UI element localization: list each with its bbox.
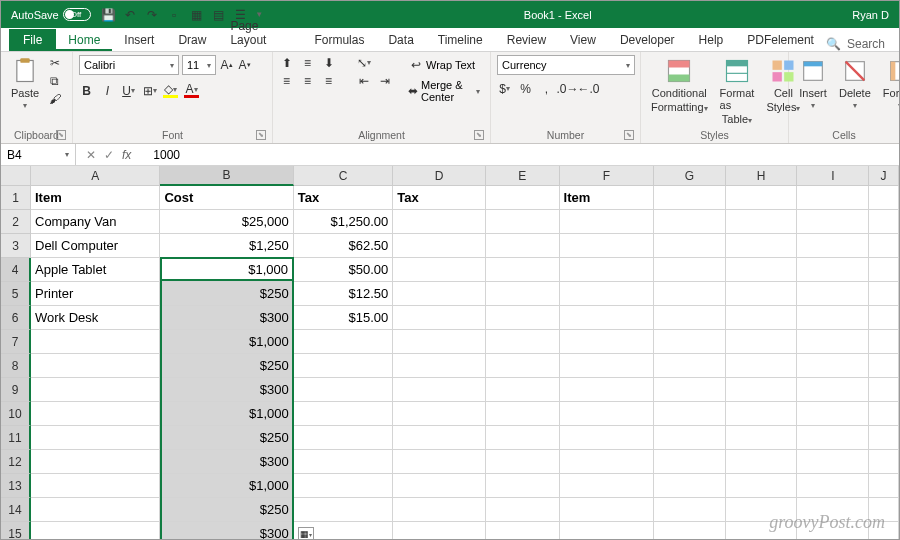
user-name[interactable]: Ryan D [852, 9, 893, 21]
cell[interactable] [560, 450, 655, 474]
tab-view[interactable]: View [558, 29, 608, 51]
cell[interactable] [393, 258, 486, 282]
cell[interactable] [869, 378, 899, 402]
cell[interactable] [726, 402, 798, 426]
cell[interactable]: $250 [160, 426, 293, 450]
cell[interactable] [486, 282, 560, 306]
cell[interactable] [560, 378, 655, 402]
cell[interactable] [726, 210, 798, 234]
cell[interactable] [393, 330, 486, 354]
row-header[interactable]: 13 [1, 474, 31, 498]
cell[interactable] [393, 450, 486, 474]
tab-pdfelement[interactable]: PDFelement [735, 29, 826, 51]
autosave-toggle[interactable]: AutoSave Off [7, 8, 95, 21]
row-header[interactable]: 3 [1, 234, 31, 258]
paste-button[interactable]: Paste▾ [7, 55, 43, 112]
cell[interactable] [869, 234, 899, 258]
cell[interactable]: $50.00 [294, 258, 394, 282]
cell[interactable] [797, 234, 869, 258]
cell[interactable] [486, 498, 560, 522]
cell[interactable] [560, 306, 655, 330]
autofill-options-button[interactable]: ▦▾ [298, 527, 314, 540]
cell[interactable] [726, 378, 798, 402]
cell[interactable]: Cost [160, 186, 293, 210]
cell[interactable] [654, 354, 726, 378]
cell[interactable] [869, 258, 899, 282]
formula-input[interactable]: 1000 [147, 148, 899, 162]
name-box[interactable]: B4▾ [1, 144, 76, 165]
cell[interactable] [726, 234, 798, 258]
percent-icon[interactable]: % [518, 81, 533, 96]
tab-draw[interactable]: Draw [166, 29, 218, 51]
cell[interactable]: $250 [160, 354, 293, 378]
conditional-formatting-button[interactable]: ConditionalFormatting▾ [647, 55, 712, 115]
cell[interactable] [726, 258, 798, 282]
redo-icon[interactable]: ↷ [145, 8, 159, 22]
cell[interactable] [726, 282, 798, 306]
tab-file[interactable]: File [9, 29, 56, 51]
tab-insert[interactable]: Insert [112, 29, 166, 51]
column-header[interactable]: A [31, 166, 160, 186]
cell[interactable] [294, 498, 394, 522]
row-header[interactable]: 8 [1, 354, 31, 378]
row-header[interactable]: 6 [1, 306, 31, 330]
undo-icon[interactable]: ↶ [123, 8, 137, 22]
cell[interactable] [797, 426, 869, 450]
tab-help[interactable]: Help [687, 29, 736, 51]
increase-indent-icon[interactable]: ⇥ [377, 73, 392, 88]
cell[interactable]: $1,250.00 [294, 210, 394, 234]
align-right-icon[interactable]: ≡ [321, 73, 336, 88]
decrease-decimal-icon[interactable]: ←.0 [581, 81, 596, 96]
column-header[interactable]: J [869, 166, 899, 186]
cell[interactable]: $25,000 [160, 210, 293, 234]
cell[interactable]: $300 [160, 378, 293, 402]
cell[interactable] [486, 402, 560, 426]
copy-icon[interactable]: ⧉ [47, 73, 62, 88]
cell[interactable]: $1,000 [160, 330, 293, 354]
italic-icon[interactable]: I [100, 83, 115, 98]
number-format-select[interactable]: Currency▾ [497, 55, 635, 75]
cell[interactable] [797, 378, 869, 402]
cell[interactable] [797, 354, 869, 378]
cell[interactable] [486, 210, 560, 234]
cell[interactable] [560, 426, 655, 450]
cell[interactable] [797, 282, 869, 306]
row-header[interactable]: 14 [1, 498, 31, 522]
column-header[interactable]: I [797, 166, 869, 186]
tab-page-layout[interactable]: Page Layout [218, 15, 302, 51]
cell[interactable] [393, 474, 486, 498]
cell[interactable]: $1,250 [160, 234, 293, 258]
cell[interactable]: Work Desk [31, 306, 160, 330]
row-header[interactable]: 1 [1, 186, 31, 210]
cell[interactable] [654, 282, 726, 306]
select-all-corner[interactable] [1, 166, 31, 186]
cell[interactable] [294, 378, 394, 402]
cell[interactable] [393, 354, 486, 378]
cell[interactable] [486, 258, 560, 282]
cell[interactable] [393, 306, 486, 330]
cell[interactable] [560, 402, 655, 426]
cell[interactable] [869, 426, 899, 450]
insert-cells-button[interactable]: Insert▾ [795, 55, 831, 112]
cell[interactable] [869, 402, 899, 426]
format-as-table-button[interactable]: Format asTable▾ [716, 55, 759, 127]
delete-cells-button[interactable]: Delete▾ [835, 55, 875, 112]
cell[interactable] [726, 450, 798, 474]
cell[interactable] [560, 258, 655, 282]
cell[interactable] [797, 450, 869, 474]
cell[interactable] [869, 330, 899, 354]
tab-timeline[interactable]: Timeline [426, 29, 495, 51]
cell[interactable] [393, 402, 486, 426]
font-color-icon[interactable]: A▾ [184, 83, 199, 98]
cell[interactable]: Tax [294, 186, 394, 210]
merge-center-button[interactable]: ⬌Merge & Center▾ [404, 77, 484, 105]
cell[interactable] [654, 498, 726, 522]
cell[interactable] [726, 306, 798, 330]
column-header[interactable]: B [160, 166, 293, 186]
cell[interactable]: $1,000 [160, 474, 293, 498]
cell[interactable] [560, 498, 655, 522]
column-header[interactable]: D [393, 166, 486, 186]
column-header[interactable]: G [654, 166, 726, 186]
cell[interactable]: $250 [160, 282, 293, 306]
cell[interactable] [560, 354, 655, 378]
